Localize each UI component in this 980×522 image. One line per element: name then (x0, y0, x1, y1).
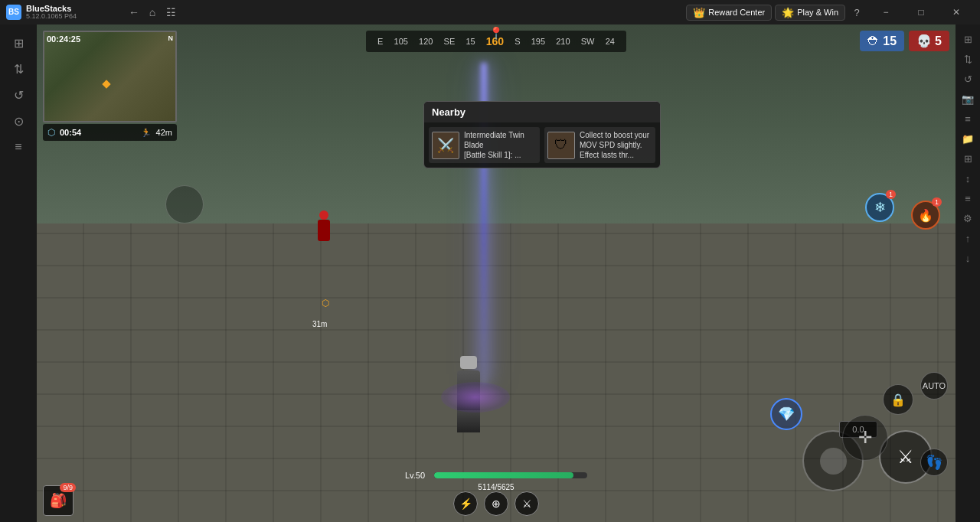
play-win-label: Play & Win (797, 8, 838, 17)
rsidebar-menu-icon[interactable]: ≡ (959, 110, 976, 127)
compass-120: 120 (419, 37, 433, 46)
grab-icon-button[interactable]: 👣 (920, 449, 948, 476)
skill1-badge: 1 (886, 190, 896, 199)
rsidebar-scroll-icon[interactable]: ⇅ (959, 51, 976, 67)
compass-15: 15 (466, 37, 475, 46)
compass-195: 195 (531, 37, 545, 46)
left-thumb-area[interactable] (165, 185, 204, 223)
player-count-value: 15 (883, 34, 897, 48)
sidebar-icon-1[interactable]: ⊞ (6, 31, 31, 55)
app-version: 5.12.0.1065 P64 (26, 13, 77, 21)
minimap-player-marker (102, 80, 110, 88)
rsidebar-expand-icon[interactable]: ↕ (959, 170, 976, 187)
rsidebar-grid-icon[interactable]: ⊞ (959, 150, 976, 167)
nearby-item-2-icon: 🛡 (547, 132, 575, 159)
rsidebar-rotate-icon[interactable]: ↺ (959, 70, 976, 87)
right-sidebar: ⊞ ⇅ ↺ 📷 ≡ 📁 ⊞ ↕ ≡ ⚙ ↑ ↓ (956, 24, 980, 522)
health-text: 5114/5625 (478, 483, 514, 491)
health-bar (434, 472, 573, 478)
directional-compass[interactable]: ✛ (842, 415, 888, 461)
compass-105: 105 (394, 37, 408, 46)
minimap-timer: 00:24:25 (47, 34, 80, 44)
top-right-hud: ⛑ 15 💀 5 (860, 31, 949, 51)
run-icon: 🏃 (141, 128, 152, 138)
char-head (460, 356, 477, 369)
joystick-inner (820, 448, 847, 475)
skill-effect-circle (441, 382, 510, 413)
potion-button[interactable]: 💎 (770, 398, 802, 430)
titlebar-right-buttons: 👑 Reward Center 🌟 Play & Win ? − □ ✕ (686, 0, 980, 24)
minimap-compass-label: N (168, 34, 174, 42)
bag-wrapper: 🎒 9/9 (43, 485, 74, 516)
minimize-button[interactable]: − (868, 0, 903, 24)
nearby-item-1-icon: ⚔️ (432, 132, 459, 159)
sidebar-icon-4[interactable]: ⊙ (6, 109, 31, 133)
lock-button[interactable]: 🔒 (883, 384, 913, 415)
player-count-badge: ⛑ 15 (860, 31, 904, 51)
left-sidebar: ⊞ ⇅ ↺ ⊙ ≡ (0, 24, 37, 522)
enemy-character (312, 210, 335, 249)
ground-item-distance: 31m (312, 320, 327, 328)
enemy-head (319, 210, 328, 220)
bag-button[interactable]: 🎒 9/9 (43, 485, 74, 516)
help-button[interactable]: ? (848, 4, 865, 21)
nearby-item-1-text: Intermediate Twin Blade[Battle Skill 1]:… (464, 130, 537, 160)
rsidebar-camera-icon[interactable]: 📷 (959, 90, 976, 107)
timer-bar: ⬡ 00:54 🏃 42m (43, 124, 177, 141)
reward-center-label: Reward Center (708, 8, 765, 17)
compass-24: 24 (606, 37, 615, 46)
nearby-header: Nearby (424, 102, 660, 122)
sidebar-icon-3[interactable]: ↺ (6, 83, 31, 107)
compass-s: S (514, 37, 520, 46)
monster-count-badge: 💀 5 (909, 31, 949, 51)
compass-dir-e: E (377, 37, 383, 46)
sidebar-icon-2[interactable]: ⇅ (6, 57, 31, 81)
back-button[interactable]: ← (126, 4, 142, 21)
bag-count-badge: 9/9 (60, 483, 76, 492)
app-logo-area: BS BlueStacks 5.12.0.1065 P64 (0, 4, 122, 21)
star-icon: 🌟 (782, 7, 794, 18)
health-bar-container (434, 472, 587, 478)
skill-btn-1[interactable]: ⚡ (453, 491, 478, 516)
rsidebar-lines-icon[interactable]: ≡ (959, 190, 976, 207)
reward-center-button[interactable]: 👑 Reward Center (686, 5, 772, 21)
skill-icons-bar: ⚡ ⊕ ⚔ (453, 491, 539, 516)
home-button[interactable]: ⌂ (144, 4, 161, 21)
helmet-icon: ⛑ (867, 34, 880, 48)
level-label: Lv.50 (405, 471, 425, 480)
rsidebar-settings-icon[interactable]: ⚙ (959, 210, 976, 227)
main-area: ⊞ ⇅ ↺ ⊙ ≡ 00:24:25 N ⬡ 00:54 🏃 42m E 105 (0, 24, 980, 522)
game-area[interactable]: 00:24:25 N ⬡ 00:54 🏃 42m E 105 120 SE 15… (37, 24, 956, 522)
enemy-body (318, 220, 330, 241)
crown-icon: 👑 (693, 7, 705, 18)
nearby-item-2[interactable]: 🛡 Collect to boost your MOV SPD slightly… (544, 127, 655, 163)
nearby-items-list: ⚔️ Intermediate Twin Blade[Battle Skill … (424, 122, 660, 168)
skull-icon: 💀 (916, 34, 932, 48)
nearby-popup: Nearby ⚔️ Intermediate Twin Blade[Battle… (423, 101, 661, 168)
minimap-content: 00:24:25 N (44, 32, 175, 121)
compass-pin-icon: 📍 (488, 26, 504, 41)
close-button[interactable]: ✕ (939, 0, 974, 24)
nav-buttons: ← ⌂ ☷ (126, 4, 179, 21)
sidebar-icon-5[interactable]: ≡ (6, 135, 31, 159)
compass-210: 210 (556, 37, 570, 46)
nearby-item-1[interactable]: ⚔️ Intermediate Twin Blade[Battle Skill … (429, 127, 540, 163)
skill-btn-2[interactable]: ⊕ (484, 491, 508, 516)
play-win-button[interactable]: 🌟 Play & Win (775, 5, 845, 21)
timer-icon: ⬡ (47, 127, 55, 138)
bluestacks-logo: BS (6, 5, 21, 20)
level-bar-area: Lv.50 5114/5625 (405, 471, 587, 491)
windows-button[interactable]: ☷ (162, 4, 179, 21)
rsidebar-arrow-down-icon[interactable]: ↓ (959, 250, 976, 266)
rsidebar-folder-icon[interactable]: 📁 (959, 130, 976, 147)
auto-button[interactable]: AUTO (920, 372, 948, 400)
rsidebar-resize-icon[interactable]: ⊞ (959, 31, 976, 47)
char-legs (457, 410, 480, 432)
skill-btn-3[interactable]: ⚔ (514, 491, 539, 516)
minimap[interactable]: 00:24:25 N (43, 31, 177, 122)
compass-sw: SW (581, 37, 595, 46)
compass-se: SE (444, 37, 456, 46)
maximize-button[interactable]: □ (903, 0, 939, 24)
rsidebar-arrow-up-icon[interactable]: ↑ (959, 230, 976, 246)
timer-text: 00:54 (60, 128, 81, 137)
